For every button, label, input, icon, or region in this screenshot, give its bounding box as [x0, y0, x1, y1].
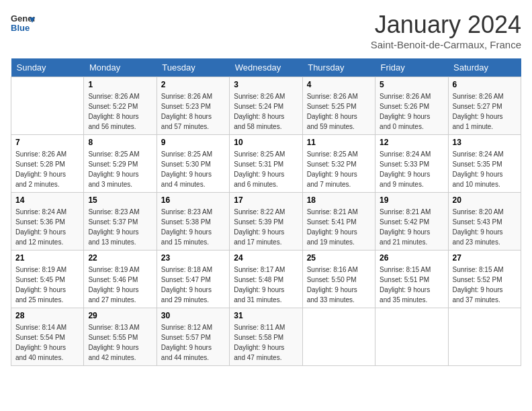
day-info: Sunrise: 8:19 AM Sunset: 5:45 PM Dayligh… — [15, 265, 79, 305]
calendar-cell: 9Sunrise: 8:25 AM Sunset: 5:30 PM Daylig… — [157, 135, 229, 193]
day-number: 11 — [307, 138, 371, 147]
weekday-header-row: SundayMondayTuesdayWednesdayThursdayFrid… — [11, 58, 521, 77]
day-info: Sunrise: 8:15 AM Sunset: 5:51 PM Dayligh… — [380, 265, 443, 305]
day-number: 10 — [234, 138, 298, 147]
day-info: Sunrise: 8:24 AM Sunset: 5:35 PM Dayligh… — [453, 149, 517, 189]
day-number: 30 — [161, 311, 225, 320]
logo: General Blue — [11, 11, 35, 35]
calendar-cell: 27Sunrise: 8:15 AM Sunset: 5:52 PM Dayli… — [448, 250, 521, 308]
day-number: 8 — [88, 138, 152, 147]
calendar-cell: 19Sunrise: 8:21 AM Sunset: 5:42 PM Dayli… — [375, 193, 448, 250]
calendar-cell: 29Sunrise: 8:13 AM Sunset: 5:55 PM Dayli… — [84, 308, 157, 366]
day-info: Sunrise: 8:26 AM Sunset: 5:27 PM Dayligh… — [453, 91, 517, 132]
day-info: Sunrise: 8:21 AM Sunset: 5:41 PM Dayligh… — [307, 207, 371, 247]
day-number: 2 — [161, 80, 225, 89]
day-info: Sunrise: 8:23 AM Sunset: 5:38 PM Dayligh… — [161, 207, 225, 247]
day-number: 27 — [453, 253, 517, 263]
day-info: Sunrise: 8:26 AM Sunset: 5:23 PM Dayligh… — [161, 91, 225, 132]
day-number: 12 — [380, 138, 443, 147]
day-info: Sunrise: 8:11 AM Sunset: 5:58 PM Dayligh… — [234, 322, 298, 363]
day-info: Sunrise: 8:24 AM Sunset: 5:36 PM Dayligh… — [15, 207, 79, 247]
day-info: Sunrise: 8:26 AM Sunset: 5:26 PM Dayligh… — [380, 91, 443, 132]
calendar-cell: 12Sunrise: 8:24 AM Sunset: 5:33 PM Dayli… — [375, 135, 448, 193]
day-number: 7 — [15, 138, 79, 147]
day-info: Sunrise: 8:12 AM Sunset: 5:57 PM Dayligh… — [161, 322, 225, 363]
calendar-cell: 18Sunrise: 8:21 AM Sunset: 5:41 PM Dayli… — [302, 193, 375, 250]
day-number: 25 — [307, 253, 371, 263]
calendar-cell: 3Sunrise: 8:26 AM Sunset: 5:24 PM Daylig… — [230, 77, 302, 135]
day-info: Sunrise: 8:18 AM Sunset: 5:47 PM Dayligh… — [161, 265, 225, 305]
day-info: Sunrise: 8:21 AM Sunset: 5:42 PM Dayligh… — [380, 207, 443, 247]
day-number: 20 — [453, 195, 517, 205]
calendar-cell: 5Sunrise: 8:26 AM Sunset: 5:26 PM Daylig… — [375, 77, 448, 135]
day-number: 14 — [15, 195, 79, 205]
weekday-header-friday: Friday — [375, 58, 448, 77]
day-info: Sunrise: 8:13 AM Sunset: 5:55 PM Dayligh… — [88, 322, 152, 363]
day-number: 18 — [307, 195, 371, 205]
day-number: 28 — [15, 311, 79, 320]
day-info: Sunrise: 8:14 AM Sunset: 5:54 PM Dayligh… — [15, 322, 79, 363]
calendar-cell: 23Sunrise: 8:18 AM Sunset: 5:47 PM Dayli… — [157, 250, 229, 308]
calendar-cell — [11, 77, 84, 135]
calendar-cell: 26Sunrise: 8:15 AM Sunset: 5:51 PM Dayli… — [375, 250, 448, 308]
calendar-cell: 15Sunrise: 8:23 AM Sunset: 5:37 PM Dayli… — [84, 193, 157, 250]
day-number: 21 — [15, 253, 79, 263]
calendar-cell: 25Sunrise: 8:16 AM Sunset: 5:50 PM Dayli… — [302, 250, 375, 308]
day-info: Sunrise: 8:26 AM Sunset: 5:25 PM Dayligh… — [307, 91, 371, 132]
day-info: Sunrise: 8:22 AM Sunset: 5:39 PM Dayligh… — [234, 207, 298, 247]
day-number: 31 — [234, 311, 298, 320]
logo-icon: General Blue — [11, 11, 35, 35]
calendar-cell: 21Sunrise: 8:19 AM Sunset: 5:45 PM Dayli… — [11, 250, 84, 308]
day-number: 29 — [88, 311, 152, 320]
day-number: 9 — [161, 138, 225, 147]
day-info: Sunrise: 8:24 AM Sunset: 5:33 PM Dayligh… — [380, 149, 443, 189]
calendar-cell: 1Sunrise: 8:26 AM Sunset: 5:22 PM Daylig… — [84, 77, 157, 135]
calendar-cell — [302, 308, 375, 366]
day-info: Sunrise: 8:25 AM Sunset: 5:30 PM Dayligh… — [161, 149, 225, 189]
page-subtitle: Saint-Benoit-de-Carmaux, France — [371, 39, 521, 50]
calendar-cell: 4Sunrise: 8:26 AM Sunset: 5:25 PM Daylig… — [302, 77, 375, 135]
calendar-cell: 20Sunrise: 8:20 AM Sunset: 5:43 PM Dayli… — [448, 193, 521, 250]
day-number: 16 — [161, 195, 225, 205]
day-info: Sunrise: 8:26 AM Sunset: 5:24 PM Dayligh… — [234, 91, 298, 132]
svg-text:Blue: Blue — [11, 23, 30, 33]
calendar-cell: 6Sunrise: 8:26 AM Sunset: 5:27 PM Daylig… — [448, 77, 521, 135]
calendar-cell — [375, 308, 448, 366]
day-number: 17 — [234, 195, 298, 205]
day-number: 24 — [234, 253, 298, 263]
day-info: Sunrise: 8:25 AM Sunset: 5:31 PM Dayligh… — [234, 149, 298, 189]
calendar-week-row: 7Sunrise: 8:26 AM Sunset: 5:28 PM Daylig… — [11, 135, 521, 193]
day-number: 23 — [161, 253, 225, 263]
weekday-header-thursday: Thursday — [302, 58, 375, 77]
weekday-header-saturday: Saturday — [448, 58, 521, 77]
day-number: 19 — [380, 195, 443, 205]
day-info: Sunrise: 8:20 AM Sunset: 5:43 PM Dayligh… — [453, 207, 517, 247]
day-info: Sunrise: 8:19 AM Sunset: 5:46 PM Dayligh… — [88, 265, 152, 305]
day-info: Sunrise: 8:25 AM Sunset: 5:32 PM Dayligh… — [307, 149, 371, 189]
weekday-header-sunday: Sunday — [11, 58, 84, 77]
calendar-cell: 13Sunrise: 8:24 AM Sunset: 5:35 PM Dayli… — [448, 135, 521, 193]
day-number: 13 — [453, 138, 517, 147]
day-info: Sunrise: 8:16 AM Sunset: 5:50 PM Dayligh… — [307, 265, 371, 305]
calendar-cell: 14Sunrise: 8:24 AM Sunset: 5:36 PM Dayli… — [11, 193, 84, 250]
calendar-cell: 28Sunrise: 8:14 AM Sunset: 5:54 PM Dayli… — [11, 308, 84, 366]
day-info: Sunrise: 8:15 AM Sunset: 5:52 PM Dayligh… — [453, 265, 517, 305]
day-number: 5 — [380, 80, 443, 89]
day-number: 22 — [88, 253, 152, 263]
calendar-cell: 8Sunrise: 8:25 AM Sunset: 5:29 PM Daylig… — [84, 135, 157, 193]
day-number: 15 — [88, 195, 152, 205]
weekday-header-wednesday: Wednesday — [230, 58, 302, 77]
calendar-week-row: 1Sunrise: 8:26 AM Sunset: 5:22 PM Daylig… — [11, 77, 521, 135]
day-info: Sunrise: 8:17 AM Sunset: 5:48 PM Dayligh… — [234, 265, 298, 305]
calendar-cell: 22Sunrise: 8:19 AM Sunset: 5:46 PM Dayli… — [84, 250, 157, 308]
calendar-week-row: 14Sunrise: 8:24 AM Sunset: 5:36 PM Dayli… — [11, 193, 521, 250]
calendar-cell: 30Sunrise: 8:12 AM Sunset: 5:57 PM Dayli… — [157, 308, 229, 366]
calendar-cell: 11Sunrise: 8:25 AM Sunset: 5:32 PM Dayli… — [302, 135, 375, 193]
day-info: Sunrise: 8:23 AM Sunset: 5:37 PM Dayligh… — [88, 207, 152, 247]
calendar-cell: 10Sunrise: 8:25 AM Sunset: 5:31 PM Dayli… — [230, 135, 302, 193]
calendar-cell: 2Sunrise: 8:26 AM Sunset: 5:23 PM Daylig… — [157, 77, 229, 135]
day-number: 26 — [380, 253, 443, 263]
day-info: Sunrise: 8:25 AM Sunset: 5:29 PM Dayligh… — [88, 149, 152, 189]
title-section: January 2024 Saint-Benoit-de-Carmaux, Fr… — [371, 11, 521, 50]
calendar-cell: 7Sunrise: 8:26 AM Sunset: 5:28 PM Daylig… — [11, 135, 84, 193]
